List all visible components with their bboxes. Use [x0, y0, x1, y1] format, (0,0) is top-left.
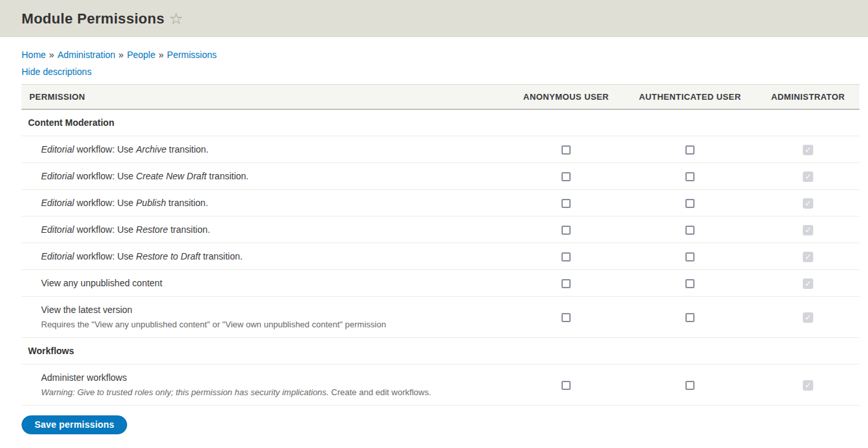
checkbox-cell-administrator: ✓	[756, 217, 860, 243]
permission-row: Editorial workflow: Use Create New Draft…	[22, 163, 860, 190]
permission-description: Warning: Give to trusted roles only; thi…	[41, 387, 501, 398]
checkbox-administrator: ✓	[803, 278, 813, 289]
checkbox-authenticated[interactable]	[685, 145, 695, 155]
checkbox-cell-administrator: ✓	[756, 163, 860, 190]
breadcrumb-separator: »	[119, 50, 124, 60]
hide-descriptions-link[interactable]: Hide descriptions	[22, 67, 91, 77]
checkbox-administrator: ✓	[803, 380, 813, 391]
checkbox-cell-authenticated	[623, 297, 756, 338]
checkbox-cell-administrator: ✓	[756, 190, 860, 217]
checkbox-cell-administrator: ✓	[756, 136, 860, 163]
permission-row: View any unpublished content✓	[22, 270, 860, 297]
permission-label-cell: View any unpublished content	[22, 270, 509, 297]
permission-label: View any unpublished content	[41, 277, 501, 289]
checkbox-anonymous[interactable]	[561, 199, 571, 208]
permission-row: Editorial workflow: Use Restore transiti…	[22, 217, 860, 243]
permission-label: Editorial workflow: Use Restore transiti…	[41, 224, 501, 235]
checkbox-authenticated[interactable]	[685, 381, 695, 390]
breadcrumb-link-people[interactable]: People	[127, 50, 156, 60]
checkbox-anonymous[interactable]	[561, 279, 571, 288]
save-permissions-button[interactable]: Save permissions	[22, 415, 127, 434]
permission-label-cell: View the latest versionRequires the "Vie…	[22, 297, 509, 338]
checkbox-anonymous[interactable]	[561, 252, 571, 261]
permission-row: Editorial workflow: Use Restore to Draft…	[22, 243, 860, 270]
permission-label-cell: Editorial workflow: Use Archive transiti…	[22, 136, 509, 163]
checkbox-cell-authenticated	[623, 270, 756, 297]
permission-label: Editorial workflow: Use Archive transiti…	[41, 143, 501, 155]
checkbox-cell-anonymous	[509, 163, 623, 190]
column-header-anonymous: ANONYMOUS USER	[509, 85, 623, 110]
breadcrumb-link-permissions[interactable]: Permissions	[167, 50, 217, 60]
checkbox-administrator: ✓	[803, 312, 813, 323]
permission-label-cell: Editorial workflow: Use Publish transiti…	[22, 190, 509, 217]
permission-label: Editorial workflow: Use Restore to Draft…	[41, 250, 501, 262]
permission-description: Requires the "View any unpublished conte…	[41, 319, 501, 330]
column-header-permission: PERMISSION	[22, 85, 509, 110]
checkbox-cell-anonymous	[509, 297, 623, 338]
permission-label-cell: Editorial workflow: Use Restore to Draft…	[22, 243, 509, 270]
checkbox-cell-anonymous	[509, 136, 623, 163]
checkbox-cell-administrator: ✓	[756, 270, 860, 297]
permission-row: Editorial workflow: Use Archive transiti…	[22, 136, 860, 163]
checkbox-anonymous[interactable]	[561, 172, 571, 181]
checkbox-cell-anonymous	[509, 190, 623, 217]
checkbox-authenticated[interactable]	[685, 226, 695, 235]
checkbox-administrator: ✓	[803, 145, 813, 155]
checkbox-cell-authenticated	[623, 136, 756, 163]
checkbox-anonymous[interactable]	[561, 381, 571, 390]
checkbox-cell-administrator: ✓	[756, 243, 860, 270]
checkbox-anonymous[interactable]	[561, 226, 571, 235]
checkbox-administrator: ✓	[803, 172, 813, 182]
section-row-content-moderation: Content Moderation	[22, 110, 860, 136]
checkbox-cell-authenticated	[623, 365, 756, 406]
checkbox-administrator: ✓	[803, 225, 813, 235]
checkbox-cell-anonymous	[509, 365, 623, 406]
section-header-content-moderation: Content Moderation	[22, 110, 860, 136]
breadcrumb-separator: »	[158, 50, 164, 60]
permission-label-cell: Editorial workflow: Use Create New Draft…	[22, 163, 509, 190]
checkbox-authenticated[interactable]	[685, 313, 695, 322]
permission-label: Editorial workflow: Use Create New Draft…	[41, 170, 501, 182]
checkbox-cell-authenticated	[623, 243, 756, 270]
checkbox-cell-administrator: ✓	[756, 365, 860, 406]
column-header-authenticated: AUTHENTICATED USER	[623, 85, 756, 110]
column-header-administrator: ADMINISTRATOR	[756, 85, 860, 110]
checkbox-authenticated[interactable]	[685, 199, 695, 208]
checkbox-cell-authenticated	[623, 163, 756, 190]
breadcrumb: Home»Administration»People»Permissions	[22, 50, 846, 61]
star-icon[interactable]: ☆	[169, 10, 183, 27]
page-title: Module Permissions☆	[22, 10, 846, 28]
breadcrumb-link-home[interactable]: Home	[22, 50, 46, 60]
checkbox-authenticated[interactable]	[685, 279, 695, 288]
permission-row: Editorial workflow: Use Publish transiti…	[22, 190, 860, 217]
permission-row: View the latest versionRequires the "Vie…	[22, 297, 860, 338]
breadcrumb-link-administration[interactable]: Administration	[57, 50, 115, 60]
section-header-workflows: Workflows	[22, 338, 860, 365]
permission-label-cell: Administer workflowsWarning: Give to tru…	[22, 365, 509, 406]
checkbox-anonymous[interactable]	[561, 145, 571, 155]
permission-row: Administer workflowsWarning: Give to tru…	[22, 365, 860, 406]
checkbox-administrator: ✓	[803, 252, 813, 262]
permission-label: Administer workflows	[41, 372, 501, 383]
permission-label: Editorial workflow: Use Publish transiti…	[41, 197, 501, 209]
checkbox-administrator: ✓	[803, 198, 813, 209]
permission-label-cell: Editorial workflow: Use Restore transiti…	[22, 217, 509, 243]
page-header: Module Permissions☆	[0, 0, 868, 37]
checkbox-anonymous[interactable]	[561, 313, 571, 322]
permissions-table: PERMISSIONANONYMOUS USERAUTHENTICATED US…	[22, 84, 860, 406]
section-row-workflows: Workflows	[22, 338, 860, 365]
permission-label: View the latest version	[41, 304, 501, 316]
checkbox-cell-authenticated	[623, 217, 756, 243]
checkbox-authenticated[interactable]	[685, 172, 695, 181]
breadcrumb-separator: »	[49, 50, 54, 60]
checkbox-cell-anonymous	[509, 270, 623, 297]
checkbox-authenticated[interactable]	[685, 252, 695, 261]
checkbox-cell-administrator: ✓	[756, 297, 860, 338]
checkbox-cell-anonymous	[509, 243, 623, 270]
checkbox-cell-authenticated	[623, 190, 756, 217]
page-title-text: Module Permissions	[22, 10, 164, 27]
checkbox-cell-anonymous	[509, 217, 623, 243]
